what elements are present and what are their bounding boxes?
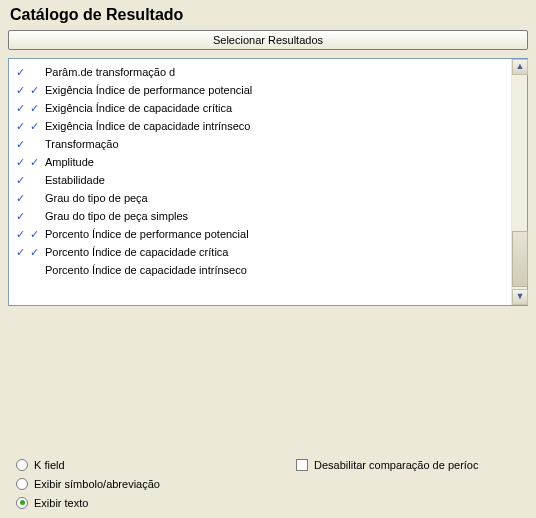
radio-icon [16, 478, 28, 490]
check-icon: ✓ [27, 225, 41, 243]
radio-label: Exibir símbolo/abreviação [34, 478, 160, 490]
results-list-viewport[interactable]: ✓Parâm.de transformação d✓✓Exigência Índ… [9, 59, 511, 305]
scroll-thumb[interactable] [512, 231, 528, 287]
check-icon: ✓ [13, 243, 27, 261]
list-item-label: Exigência Índice de capacidade crítica [41, 99, 511, 117]
check-icon: ✓ [13, 207, 27, 225]
results-list: ✓Parâm.de transformação d✓✓Exigência Índ… [8, 58, 528, 306]
list-item[interactable]: ✓Parâm.de transformação d [9, 63, 511, 81]
check-icon: ✓ [27, 153, 41, 171]
radio-show-symbol[interactable]: Exibir símbolo/abreviação [16, 474, 296, 493]
check-icon: ✓ [27, 81, 41, 99]
check-icon: ✓ [13, 171, 27, 189]
radio-label: K field [34, 459, 65, 471]
radio-k-field[interactable]: K field [16, 455, 296, 474]
list-item[interactable]: ✓Grau do tipo de peça [9, 189, 511, 207]
check-icon: ✓ [27, 99, 41, 117]
check-icon: ✓ [13, 117, 27, 135]
list-item-label: Grau do tipo de peça simples [41, 207, 511, 225]
check-icon: ✓ [13, 153, 27, 171]
select-results-button[interactable]: Selecionar Resultados [8, 30, 528, 50]
checkbox-label: Desabilitar comparação de períoc [314, 459, 478, 471]
list-item-label: Porcento Índice de capacidade crítica [41, 243, 511, 261]
list-item-label: Transformação [41, 135, 511, 153]
check-icon: ✓ [13, 135, 27, 153]
check-icon: ✓ [13, 225, 27, 243]
check-icon: ✓ [13, 81, 27, 99]
list-item-label: Parâm.de transformação d [41, 63, 511, 81]
scrollbar[interactable]: ▲ ▼ [511, 59, 527, 305]
checkbox-icon [296, 459, 308, 471]
check-icon: ✓ [27, 243, 41, 261]
check-icon: ✓ [27, 117, 41, 135]
radio-label: Exibir texto [34, 497, 88, 509]
list-item-label: Grau do tipo de peça [41, 189, 511, 207]
check-icon: ✓ [13, 63, 27, 81]
list-item-label: Porcento Índice de performance potencial [41, 225, 511, 243]
list-item[interactable]: ✓Grau do tipo de peça simples [9, 207, 511, 225]
list-item[interactable]: Porcento Índice de capacidade intrínseco [9, 261, 511, 279]
list-item[interactable]: ✓✓Exigência Índice de performance potenc… [9, 81, 511, 99]
list-item-label: Exigência Índice de performance potencia… [41, 81, 511, 99]
list-item[interactable]: ✓✓Porcento Índice de capacidade crítica [9, 243, 511, 261]
list-item[interactable]: ✓Transformação [9, 135, 511, 153]
check-icon: ✓ [13, 189, 27, 207]
page-title: Catálogo de Resultado [10, 6, 528, 24]
list-item[interactable]: ✓✓Exigência Índice de capacidade intríns… [9, 117, 511, 135]
list-item[interactable]: ✓✓Amplitude [9, 153, 511, 171]
list-item[interactable]: ✓✓Porcento Índice de performance potenci… [9, 225, 511, 243]
disable-period-compare-checkbox[interactable]: Desabilitar comparação de períoc [296, 455, 478, 474]
radio-icon [16, 497, 28, 509]
radio-show-text[interactable]: Exibir texto [16, 493, 296, 512]
check-icon: ✓ [13, 99, 27, 117]
scroll-up-icon[interactable]: ▲ [512, 59, 528, 75]
list-item-label: Estabilidade [41, 171, 511, 189]
list-item[interactable]: ✓Estabilidade [9, 171, 511, 189]
list-item-label: Porcento Índice de capacidade intrínseco [41, 261, 511, 279]
scroll-down-icon[interactable]: ▼ [512, 289, 528, 305]
list-item-label: Exigência Índice de capacidade intrínsec… [41, 117, 511, 135]
list-item-label: Amplitude [41, 153, 511, 171]
list-item[interactable]: ✓✓Exigência Índice de capacidade crítica [9, 99, 511, 117]
radio-icon [16, 459, 28, 471]
